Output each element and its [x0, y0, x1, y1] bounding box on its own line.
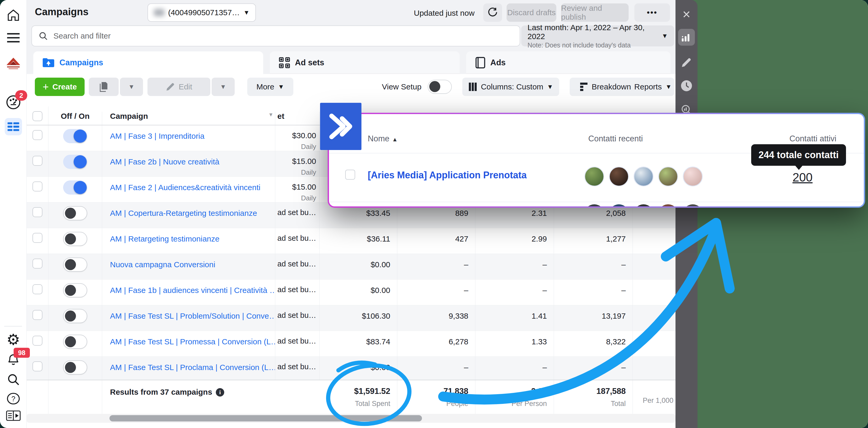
notifications-badge: 98 — [13, 348, 30, 358]
campaign-link[interactable]: AM | Fase Test SL | Proclama | Conversio… — [102, 357, 275, 372]
campaigns-table-icon — [5, 118, 22, 135]
crm-campaign-link[interactable]: [Aries Media] Application Prenotata — [368, 170, 527, 181]
ads-manager-window: 2 ⚙ 98 ? Campaigns (400499050 — [0, 0, 868, 428]
left-sidebar: 2 ⚙ 98 ? — [0, 0, 27, 428]
tooltip-text: 244 totale contatti — [751, 144, 846, 166]
table-row: AM | Fase Test SL | Problem/Solution | C… — [27, 305, 676, 331]
settings-gear-icon[interactable]: ⚙ — [0, 331, 27, 348]
campaign-link[interactable]: AM | Fase 1b | audiences vincenti | Crea… — [102, 280, 275, 295]
spent-cell: $0.00 — [319, 254, 397, 279]
row-checkbox[interactable] — [32, 233, 42, 243]
campaign-toggle[interactable] — [63, 335, 87, 349]
horizontal-scrollbar[interactable] — [27, 414, 676, 423]
menu-icon[interactable] — [0, 30, 27, 45]
campaign-toggle[interactable] — [63, 309, 87, 323]
ads-manager-gauge-icon[interactable]: 2 — [0, 92, 27, 112]
info-icon[interactable]: i — [216, 388, 224, 397]
charts-tool-active[interactable] — [676, 29, 698, 46]
edit-button[interactable]: Edit — [148, 78, 210, 96]
row-checkbox[interactable] — [32, 181, 42, 192]
refresh-button[interactable] — [483, 3, 502, 22]
row-checkbox[interactable] — [32, 259, 42, 268]
campaign-toggle[interactable] — [63, 129, 87, 143]
active-contacts-count[interactable]: 200 — [787, 170, 818, 184]
contact-avatar[interactable] — [658, 167, 678, 187]
duplicate-dropdown[interactable]: ▼ — [120, 78, 143, 96]
tab-ad-sets[interactable]: Ad sets — [270, 51, 460, 74]
columns-button[interactable]: Columns: Custom▼ — [462, 78, 559, 96]
total-spent-cell: $1,591.52Total Spent — [319, 380, 397, 414]
sidebar-item-campaigns-active[interactable] — [0, 117, 27, 137]
budget-cell: $30.00Daily — [275, 125, 319, 151]
col-contatti-attivi[interactable]: Contatti attivi — [789, 134, 836, 143]
campaign-toggle[interactable] — [63, 206, 87, 220]
campaign-toggle[interactable] — [63, 283, 87, 297]
close-icon[interactable]: × — [676, 7, 698, 21]
reports-button[interactable]: Reports▼ — [632, 78, 674, 96]
tab-ads[interactable]: Ads — [466, 51, 671, 74]
edit-dropdown[interactable]: ▼ — [212, 78, 235, 96]
contact-avatar[interactable] — [584, 167, 604, 187]
review-publish-button[interactable]: Review and publish — [561, 3, 629, 22]
campaign-link[interactable]: AM | Fase 2b | Nuove creatività — [102, 151, 219, 166]
campaign-link[interactable]: AM | Fase 2 | Audiences&creatività vince… — [102, 177, 260, 192]
help-icon[interactable]: ? — [0, 391, 27, 406]
col-contatti-recenti[interactable]: Contatti recenti — [588, 134, 643, 143]
col-nome[interactable]: Nome▲ — [368, 134, 398, 143]
campaign-link[interactable]: Nuova campagna Conversioni — [102, 254, 215, 269]
contact-avatar[interactable] — [609, 167, 629, 187]
campaign-toggle[interactable] — [63, 155, 87, 169]
table-row: AM | Retargeting testimonianze ad set bu… — [27, 228, 676, 254]
billing-reports-icon[interactable] — [0, 408, 27, 423]
row-checkbox[interactable] — [32, 336, 42, 346]
row-checkbox[interactable] — [32, 284, 42, 294]
search-input[interactable] — [53, 31, 482, 41]
row-checkbox[interactable] — [32, 361, 42, 371]
campaign-link[interactable]: AM | Fase 3 | Imprenditoria — [102, 125, 205, 141]
col-campaign[interactable]: Campaign ▼ — [102, 112, 275, 125]
campaign-toggle[interactable] — [63, 180, 87, 195]
campaign-link[interactable]: AM | Copertura-Retargeting testimonianze — [102, 202, 257, 218]
more-menu-button[interactable]: More▼ — [247, 78, 293, 96]
row-checkbox[interactable] — [345, 170, 355, 180]
campaign-toggle[interactable] — [63, 232, 87, 246]
frequency-cell: – — [475, 357, 554, 382]
date-range-selector[interactable]: Last month: Apr 1, 2022 – Apr 30, 2022 N… — [521, 25, 674, 47]
duplicate-button[interactable] — [89, 78, 119, 96]
account-selector[interactable]: (40049905071357… ▼ — [148, 3, 256, 22]
search-icon[interactable] — [0, 371, 27, 388]
contacts-tooltip: 244 totale contatti — [751, 144, 846, 166]
brand-logo[interactable] — [0, 54, 27, 73]
discard-drafts-button[interactable]: Discard drafts — [506, 3, 556, 22]
edit-pencil-icon[interactable] — [676, 57, 698, 68]
frequency-cell: – — [475, 280, 554, 305]
reach-cell: 427 — [397, 228, 475, 254]
scrollbar-thumb[interactable] — [110, 415, 422, 422]
campaign-link[interactable]: AM | Retargeting testimonianze — [102, 228, 219, 244]
campaign-toggle[interactable] — [63, 258, 87, 272]
expand-chevron-button[interactable] — [320, 103, 362, 150]
select-all-checkbox[interactable] — [32, 111, 42, 121]
row-checkbox[interactable] — [32, 130, 42, 140]
impressions-cell: – — [554, 357, 633, 382]
tab-campaigns[interactable]: Campaigns — [33, 51, 263, 74]
campaign-link[interactable]: AM | Fase Test SL | Problem/Solution | C… — [102, 305, 275, 320]
create-button[interactable]: + Create — [35, 78, 85, 96]
campaign-link[interactable]: AM | Fase Test SL | Promessa | Conversio… — [102, 331, 275, 346]
contact-avatar[interactable] — [633, 167, 653, 187]
history-clock-icon[interactable] — [676, 80, 698, 92]
row-checkbox[interactable] — [32, 156, 42, 166]
campaign-toggle[interactable] — [63, 360, 87, 374]
home-icon[interactable] — [0, 7, 27, 23]
row-checkbox[interactable] — [32, 310, 42, 320]
notifications-bell-icon[interactable]: 98 — [0, 351, 27, 368]
table-row: Nuova campagna Conversioni ad set bu… $0… — [27, 254, 676, 280]
row-checkbox[interactable] — [32, 207, 42, 217]
svg-text:?: ? — [11, 395, 15, 403]
more-options-button[interactable]: ••• — [634, 3, 670, 22]
contact-avatar[interactable] — [683, 167, 703, 187]
view-setup-toggle[interactable] — [428, 80, 452, 94]
sort-asc-icon: ▲ — [392, 136, 398, 143]
col-budget-truncated[interactable]: et — [275, 112, 319, 125]
search-and-filter[interactable] — [31, 25, 520, 47]
